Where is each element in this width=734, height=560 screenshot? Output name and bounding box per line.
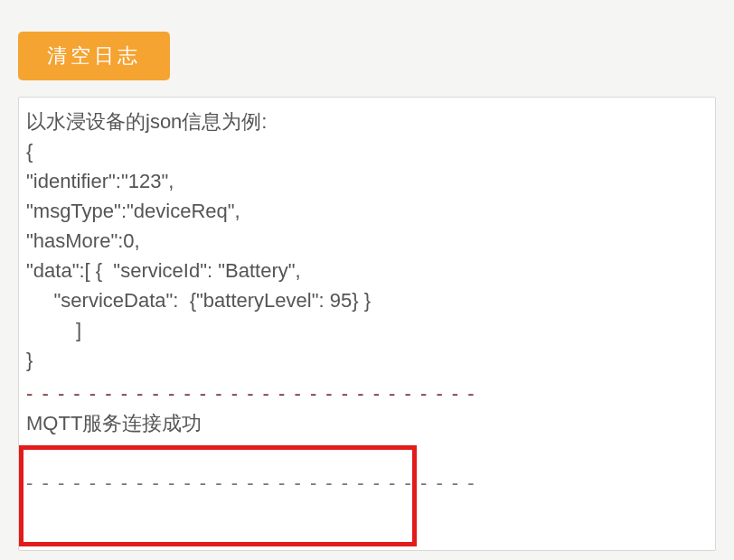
log-intro: 以水浸设备的json信息为例: [26,107,708,136]
log-identifier: "identifier":"123", [26,166,708,196]
toolbar: 清空日志 [18,9,716,97]
main-container: 清空日志 以水浸设备的json信息为例: { "identifier":"123… [18,9,716,551]
log-separator-bot: - - - - - - - - - - - - - - - - - - - - … [26,468,708,498]
log-msgtype: "msgType":"deviceReq", [26,196,708,226]
log-servicedata: "serviceData": {"batteryLevel": 95} } [26,285,708,315]
log-mqtt-status: MQTT服务连接成功 [26,408,708,438]
log-panel[interactable]: 以水浸设备的json信息为例: { "identifier":"123", "m… [18,97,716,551]
log-brace-close: } [26,345,708,375]
log-hasmore: "hasMore":0, [26,226,708,256]
clear-log-button[interactable]: 清空日志 [18,32,170,80]
log-bracket-close: ] [26,315,708,345]
log-blank2 [26,438,708,468]
log-separator-top: - - - - - - - - - - - - - - - - - - - - … [26,378,708,408]
log-data-open: "data":[ { "serviceId": "Battery", [26,256,708,285]
log-brace-open: { [26,136,708,166]
